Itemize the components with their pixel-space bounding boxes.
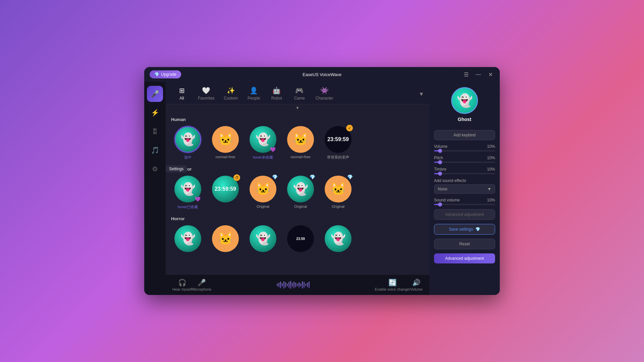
sidebar-item-settings[interactable]: ⚙ Settings	[147, 161, 163, 177]
crown-badge-2: ⏱	[233, 174, 240, 181]
sound-volume-label-row: Sound volume 10%	[434, 198, 495, 202]
tab-robot[interactable]: 🤖 Robot	[266, 84, 287, 104]
volume-label-row: Volume 10%	[434, 144, 495, 149]
microphone-icon: 🎤	[198, 279, 206, 287]
selected-ghost-icon: 👻	[457, 93, 473, 108]
sidebar-item-effects[interactable]: ⚡	[147, 105, 163, 121]
upgrade-button[interactable]: 💎 Upgrade	[150, 70, 181, 78]
pitch-label: Pitch	[434, 156, 443, 160]
character-icon: 👾	[320, 86, 329, 95]
voice-card-horror-cat2[interactable]: 23:59	[284, 225, 317, 254]
add-keybind-button[interactable]: Add keybind	[434, 130, 495, 140]
voice-card-timer-cat[interactable]: ✓ 23:59:59 带背景的变声	[321, 126, 355, 160]
selected-avatar-area: 👻 Ghost	[434, 87, 495, 126]
app-title: EaseUS VoiceWave	[303, 72, 341, 77]
sound-volume-thumb[interactable]	[438, 202, 442, 206]
advanced-adjustment-button[interactable]: Advanced adjustment	[434, 253, 495, 263]
tab-custom-label: Custom	[224, 96, 237, 101]
tab-character-label: Character	[316, 96, 333, 101]
people-icon: 👤	[250, 86, 258, 95]
cat-emoji-1: 🐱	[218, 132, 233, 146]
voice-grid-horror: 👻 🐱 👻 23:59	[171, 225, 424, 254]
microphone-button[interactable]: 🎤 Microphone	[192, 279, 211, 291]
timbre-label: Timbre	[434, 167, 446, 172]
voice-name-char-cat2: Original	[332, 204, 344, 208]
ghost-emoji-2: 👻	[256, 132, 271, 146]
section-charactor: Charactor	[171, 167, 424, 172]
save-settings-button[interactable]: Save settings 💎	[434, 224, 495, 235]
voice-card-normal-cat2[interactable]: 🐱 normal+free	[284, 126, 317, 160]
window-controls: ☰ — ✕	[462, 70, 494, 78]
sidebar-item-recordings[interactable]: 🎵	[147, 142, 163, 158]
sidebar-item-voice-changer[interactable]: 🎤	[147, 86, 163, 102]
pitch-track[interactable]	[434, 162, 495, 163]
cat-emoji-5: 🐱	[218, 232, 233, 246]
sound-volume-track[interactable]	[434, 204, 495, 205]
upgrade-label: Upgrade	[161, 72, 176, 77]
hear-myself-button[interactable]: 🎧 Hear myself	[172, 279, 192, 291]
voice-name-char-cat1: Original	[257, 204, 269, 208]
volume-button[interactable]: 🔊 Volume	[410, 279, 423, 291]
pitch-value: 10%	[487, 156, 495, 160]
cat-emoji-2: 🐱	[293, 132, 308, 146]
tab-people-label: People	[248, 96, 260, 101]
reset-button[interactable]: Reset	[434, 239, 495, 249]
tab-people[interactable]: 👤 People	[243, 84, 265, 104]
sound-volume-value: 10%	[487, 198, 495, 202]
close-button[interactable]: ✕	[486, 70, 494, 78]
mic-icon: 🎤	[151, 90, 159, 98]
volume-track[interactable]	[434, 150, 495, 152]
voice-card-char-cat1[interactable]: 💎 🐱 Original	[246, 176, 280, 209]
expand-button[interactable]: ▼	[166, 104, 429, 112]
tab-game[interactable]: 🎮 Came	[289, 84, 310, 104]
timbre-slider-row: Timbre 10%	[434, 167, 495, 174]
robot-icon: 🤖	[272, 86, 281, 95]
tab-favorites[interactable]: 🤍 Favorites	[194, 84, 218, 104]
voice-card-char-ghost1[interactable]: 👻 💜 hover已收藏	[171, 176, 205, 209]
game-icon: 🎮	[295, 86, 304, 95]
save-settings-label: Save settings	[449, 227, 473, 232]
voice-name-cat1: normal+free	[215, 155, 235, 159]
voice-list: Human 👻 选中 🐱 normal+free	[166, 112, 429, 275]
voice-card-normal-cat1[interactable]: 🐱 normal+free	[209, 126, 242, 160]
voice-card-horror-cat1[interactable]: 🐱	[209, 225, 242, 254]
enable-voice-changer-button[interactable]: 🔄 Enable voice changer	[375, 279, 411, 291]
voice-card-horror-ghost3[interactable]: 👻	[321, 225, 355, 254]
voice-name-timer-cat: 带背景的变声	[327, 155, 349, 160]
voice-card-char-ghost2[interactable]: 💎 👻 Original	[284, 176, 317, 209]
timbre-value: 10%	[487, 167, 495, 172]
voice-card-horror-ghost1[interactable]: 👻	[171, 225, 205, 254]
tab-custom[interactable]: ✨ Custom	[220, 84, 241, 104]
menu-button[interactable]: ☰	[462, 70, 470, 78]
selected-big-avatar: 👻	[451, 87, 478, 114]
sound-effects-select[interactable]: None ▼	[434, 184, 495, 194]
sound-volume-row: Sound volume 10%	[434, 198, 495, 205]
advanced-adjustment-disabled-button[interactable]: Advanced adjustment	[434, 209, 495, 220]
volume-thumb[interactable]	[438, 149, 442, 153]
voice-card-char-timer[interactable]: ⏱ 23:59:59	[209, 176, 242, 209]
chevron-down-icon: ▼	[487, 187, 491, 191]
voice-card-selected-ghost[interactable]: 👻 选中	[171, 126, 205, 160]
voice-card-char-cat2[interactable]: 💎 🐱 Original	[321, 176, 355, 209]
app-body: 🎤 ⚡ 🎛 🎵 ⚙ Settings ⊞ All	[144, 82, 500, 295]
timer-text-1: 23:59:59	[327, 136, 349, 142]
voice-changer-icon: 🔄	[388, 279, 397, 287]
tab-scroll-button[interactable]: ▼	[419, 91, 424, 97]
microphone-label: Microphone	[192, 287, 211, 291]
sound-effects-value: None	[438, 187, 447, 191]
voice-card-horror-ghost2[interactable]: 👻	[246, 225, 280, 254]
minimize-button[interactable]: —	[474, 70, 482, 78]
timbre-track[interactable]	[434, 173, 495, 174]
timbre-label-row: Timbre 10%	[434, 167, 495, 172]
pitch-thumb[interactable]	[438, 160, 442, 164]
equalizer-icon: 🎛	[152, 128, 158, 135]
sidebar-item-equalizer[interactable]: 🎛	[147, 123, 163, 139]
diamond-badge-2: 💎	[310, 174, 315, 180]
timbre-thumb[interactable]	[438, 172, 442, 176]
waveform-display	[218, 280, 368, 290]
tab-character[interactable]: 👾 Character	[312, 84, 337, 104]
save-diamond-icon: 💎	[475, 227, 480, 232]
tab-all[interactable]: ⊞ All	[171, 84, 193, 104]
voice-card-hover-ghost[interactable]: 👻 💜 hover未收藏	[246, 126, 280, 160]
timer-text-3: 23:59	[296, 237, 305, 241]
